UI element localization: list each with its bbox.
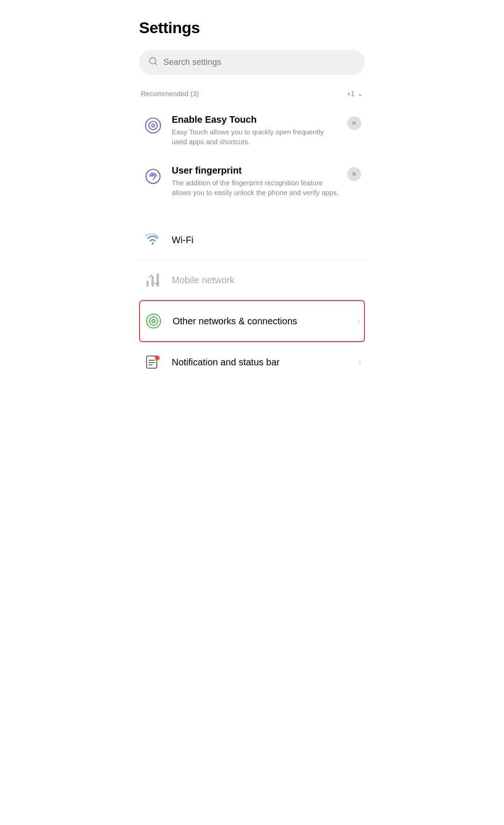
- recommended-expand-button[interactable]: +1 ⌄: [347, 90, 363, 98]
- easy-touch-close-button[interactable]: ✕: [347, 116, 361, 130]
- other-networks-chevron-icon: ›: [357, 316, 360, 326]
- settings-item-wifi[interactable]: Wi-Fi: [139, 220, 365, 260]
- notification-chevron-icon: ›: [358, 357, 361, 367]
- fingerprint-desc: The addition of the fingerprint recognit…: [172, 178, 339, 197]
- svg-point-4: [152, 124, 154, 127]
- recommended-label: Recommended (3): [141, 90, 199, 98]
- recommended-section: Recommended (3) +1 ⌄ Enable Easy Touch E…: [139, 90, 365, 205]
- easy-touch-title: Enable Easy Touch: [172, 114, 339, 125]
- settings-item-other-networks[interactable]: Other networks & connections ›: [139, 300, 365, 342]
- easy-touch-desc: Easy Touch allows you to quickly open fr…: [172, 127, 339, 147]
- easy-touch-content: Enable Easy Touch Easy Touch allows you …: [172, 114, 339, 147]
- mobile-network-icon: [143, 270, 162, 290]
- notification-icon: [143, 352, 162, 372]
- close-icon: ✕: [351, 170, 357, 178]
- svg-point-6: [152, 243, 154, 245]
- recommended-header: Recommended (3) +1 ⌄: [139, 90, 365, 98]
- svg-point-3: [149, 121, 157, 130]
- recommended-item-easy-touch[interactable]: Enable Easy Touch Easy Touch allows you …: [139, 107, 365, 154]
- expand-count: +1: [347, 90, 355, 98]
- other-networks-icon: [144, 311, 163, 331]
- search-icon: [148, 56, 158, 68]
- wifi-label: Wi-Fi: [172, 235, 361, 245]
- settings-item-mobile-network[interactable]: Mobile network: [139, 260, 365, 300]
- svg-line-1: [155, 63, 157, 65]
- mobile-network-label: Mobile network: [172, 275, 361, 286]
- svg-point-2: [146, 118, 161, 133]
- search-bar[interactable]: [139, 50, 365, 75]
- notification-label: Notification and status bar: [172, 357, 349, 368]
- fingerprint-close-button[interactable]: ✕: [347, 167, 361, 181]
- fingerprint-icon: [143, 166, 163, 187]
- other-networks-label: Other networks & connections: [173, 316, 348, 327]
- page-title: Settings: [139, 19, 365, 37]
- recommended-item-fingerprint[interactable]: User fingerprint The addition of the fin…: [139, 158, 365, 205]
- fingerprint-content: User fingerprint The addition of the fin…: [172, 165, 339, 197]
- fingerprint-title: User fingerprint: [172, 165, 339, 176]
- svg-point-13: [155, 356, 160, 360]
- wifi-icon: [143, 230, 162, 250]
- settings-item-notification[interactable]: Notification and status bar ›: [139, 342, 365, 382]
- close-icon: ✕: [351, 119, 357, 127]
- settings-list: Wi-Fi Mobile network: [139, 220, 365, 382]
- easy-touch-icon: [143, 115, 163, 136]
- chevron-down-icon: ⌄: [357, 90, 363, 98]
- search-input[interactable]: [163, 57, 356, 67]
